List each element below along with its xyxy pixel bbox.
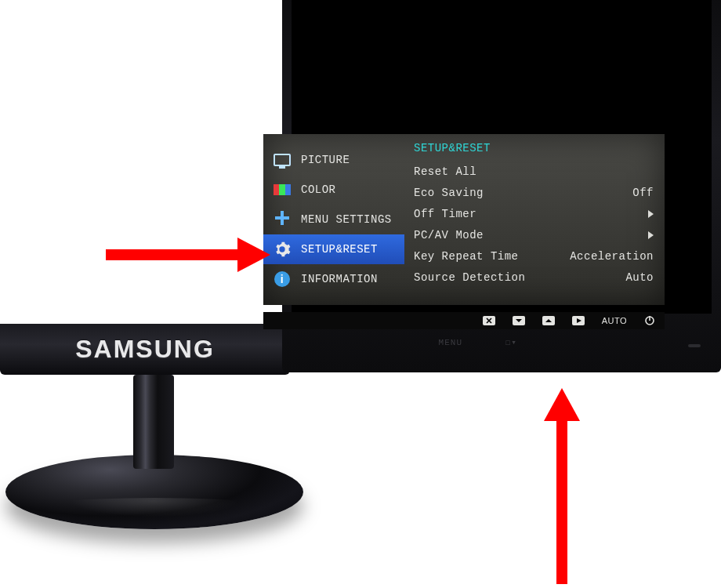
svg-marker-8 bbox=[544, 388, 580, 421]
osd-menu: PICTURE COLOR MENU SETTINGS SETUP&RESET … bbox=[263, 134, 665, 305]
chevron-right-icon bbox=[648, 231, 654, 239]
osd-item-eco-saving[interactable]: Eco Saving Off bbox=[414, 182, 654, 203]
osd-item-label: PC/AV Mode bbox=[414, 229, 484, 241]
osd-category-label: SETUP&RESET bbox=[301, 243, 378, 256]
osd-category-picture[interactable]: PICTURE bbox=[263, 145, 404, 175]
osd-item-key-repeat-time[interactable]: Key Repeat Time Acceleration bbox=[414, 245, 654, 267]
chevron-right-icon bbox=[648, 210, 654, 218]
monitor-stand-neck bbox=[133, 375, 174, 469]
dpad-icon bbox=[273, 210, 292, 229]
brand-logo: SAMSUNG bbox=[75, 335, 215, 364]
power-icon[interactable] bbox=[644, 315, 655, 326]
close-icon[interactable] bbox=[483, 316, 495, 325]
osd-item-value: Off bbox=[632, 187, 654, 199]
play-icon[interactable] bbox=[572, 316, 585, 325]
gear-icon bbox=[273, 240, 292, 259]
osd-category-menu-settings[interactable]: MENU SETTINGS bbox=[263, 205, 404, 234]
osd-item-source-detection[interactable]: Source Detection Auto bbox=[414, 267, 654, 288]
osd-category-list: PICTURE COLOR MENU SETTINGS SETUP&RESET … bbox=[263, 134, 404, 305]
osd-item-off-timer[interactable]: Off Timer bbox=[414, 203, 654, 224]
power-led bbox=[688, 344, 701, 347]
osd-item-label: Source Detection bbox=[414, 271, 525, 284]
osd-category-color[interactable]: COLOR bbox=[263, 175, 404, 205]
osd-category-information[interactable]: i INFORMATION bbox=[263, 264, 404, 294]
osd-category-label: MENU SETTINGS bbox=[301, 213, 392, 226]
osd-item-label: Key Repeat Time bbox=[414, 250, 519, 263]
annotation-arrow-up bbox=[544, 388, 580, 588]
osd-item-value: Acceleration bbox=[570, 250, 654, 263]
monitor-lower-bezel: SAMSUNG bbox=[0, 324, 290, 375]
osd-item-label: Reset All bbox=[414, 165, 476, 178]
monitor-icon bbox=[273, 151, 292, 169]
arrow-down-icon[interactable] bbox=[513, 316, 525, 325]
osd-category-label: INFORMATION bbox=[301, 273, 378, 285]
svg-marker-7 bbox=[237, 238, 270, 272]
osd-item-label: Eco Saving bbox=[414, 187, 484, 199]
osd-item-reset-all[interactable]: Reset All bbox=[414, 161, 654, 182]
osd-panel-header: SETUP&RESET bbox=[414, 142, 654, 154]
bezel-label-updown: ☐▾ bbox=[505, 337, 517, 347]
color-bars-icon bbox=[273, 180, 292, 199]
auto-button[interactable]: AUTO bbox=[602, 316, 627, 325]
info-icon: i bbox=[273, 270, 292, 289]
osd-settings-panel: SETUP&RESET Reset All Eco Saving Off Off… bbox=[404, 134, 665, 305]
annotation-arrow-right bbox=[106, 238, 270, 276]
osd-nav-strip: AUTO bbox=[263, 312, 665, 329]
osd-category-label: COLOR bbox=[301, 183, 336, 196]
bezel-label-menu: MENU bbox=[439, 338, 462, 347]
osd-item-label: Off Timer bbox=[414, 208, 476, 220]
arrow-up-icon[interactable] bbox=[542, 316, 555, 325]
osd-item-value: Auto bbox=[625, 271, 654, 284]
osd-item-pc-av-mode[interactable]: PC/AV Mode bbox=[414, 224, 654, 245]
osd-category-label: PICTURE bbox=[301, 154, 350, 166]
monitor-button-labels: MENU ☐▾ bbox=[282, 325, 721, 368]
osd-category-setup-reset[interactable]: SETUP&RESET bbox=[263, 234, 404, 264]
